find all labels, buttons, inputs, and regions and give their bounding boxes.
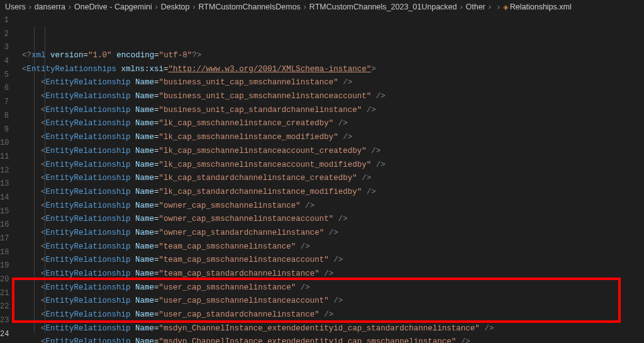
code-line[interactable]: <EntityRelationship Name="business_unit_… xyxy=(13,90,644,104)
breadcrumb-item[interactable]: RTMCustomChannels_2023_01Unpacked xyxy=(309,3,457,11)
line-number: 2 xyxy=(0,28,9,42)
code-line[interactable]: <EntityRelationship Name="owner_cap_smsc… xyxy=(13,200,644,213)
breadcrumb-item[interactable]: OneDrive - Capgemini xyxy=(74,3,152,11)
code-line[interactable]: <EntityRelationship Name="user_cap_smsch… xyxy=(13,295,644,308)
code-line[interactable]: <EntityRelationship Name="lk_cap_smschan… xyxy=(13,117,644,131)
line-number: 6 xyxy=(0,82,9,96)
code-line[interactable]: <EntityRelationships xmlns:xsi="http://w… xyxy=(13,63,644,77)
line-number: 12 xyxy=(0,164,9,178)
code-line[interactable]: <EntityRelationship Name="business_unit_… xyxy=(13,104,644,118)
breadcrumb-file[interactable]: Relationships.xml xyxy=(510,3,572,11)
line-number: 15 xyxy=(0,205,9,219)
code-line[interactable]: <EntityRelationship Name="lk_cap_smschan… xyxy=(13,131,644,145)
line-number: 3 xyxy=(0,41,9,55)
breadcrumb-item[interactable]: Users xyxy=(5,3,26,11)
code-line[interactable]: <EntityRelationship Name="user_cap_stand… xyxy=(13,308,644,322)
line-number: 4 xyxy=(0,55,9,69)
line-number: 7 xyxy=(0,96,9,110)
chevron-right-icon: › xyxy=(460,3,463,11)
chevron-right-icon: › xyxy=(29,3,31,11)
chevron-right-icon: › xyxy=(304,3,306,11)
chevron-right-icon: › xyxy=(69,3,71,11)
code-line[interactable]: <EntityRelationship Name="team_cap_smsch… xyxy=(13,240,644,254)
code-line[interactable]: <EntityRelationship Name="user_cap_smsch… xyxy=(13,281,644,295)
line-number: 23 xyxy=(0,314,9,328)
code-line[interactable]: <EntityRelationship Name="lk_cap_smschan… xyxy=(13,145,644,159)
code-line[interactable]: <EntityRelationship Name="lk_cap_standar… xyxy=(13,186,644,200)
line-number: 10 xyxy=(0,137,9,150)
line-number: 13 xyxy=(0,177,9,191)
line-number: 1 xyxy=(0,14,9,28)
chevron-right-icon: › xyxy=(193,3,196,11)
code-editor[interactable]: 123456789101112131415161718192021222324 … xyxy=(0,14,644,343)
chevron-right-icon: › xyxy=(489,3,491,11)
breadcrumb[interactable]: Users›danserra›OneDrive - Capgemini›Desk… xyxy=(0,0,644,14)
line-number: 17 xyxy=(0,232,9,246)
code-line[interactable]: <EntityRelationship Name="lk_cap_smschan… xyxy=(13,159,644,172)
line-number: 5 xyxy=(0,69,9,82)
line-gutter: 123456789101112131415161718192021222324 xyxy=(0,14,13,343)
xml-file-icon: ◈ xyxy=(503,3,508,11)
code-line[interactable]: <EntityRelationship Name="msdyn_ChannelI… xyxy=(13,335,644,343)
breadcrumb-item[interactable]: Other xyxy=(466,3,486,11)
line-number: 11 xyxy=(0,150,9,164)
line-number: 19 xyxy=(0,259,9,273)
code-line[interactable]: <EntityRelationship Name="business_unit_… xyxy=(13,76,644,90)
line-number: 18 xyxy=(0,246,9,260)
breadcrumb-item[interactable]: Desktop xyxy=(161,3,190,11)
breadcrumb-item[interactable]: danserra xyxy=(35,3,65,11)
code-line[interactable]: <EntityRelationship Name="owner_cap_smsc… xyxy=(13,213,644,227)
code-line[interactable]: <EntityRelationship Name="team_cap_stand… xyxy=(13,267,644,281)
code-line[interactable]: <EntityRelationship Name="owner_cap_stan… xyxy=(13,227,644,240)
code-line[interactable]: <EntityRelationship Name="msdyn_ChannelI… xyxy=(13,322,644,336)
line-number: 14 xyxy=(0,191,9,205)
line-number: 22 xyxy=(0,300,9,314)
breadcrumb-item[interactable]: RTMCustomChannelsDemos xyxy=(199,3,301,11)
line-number: 21 xyxy=(0,287,9,301)
code-line[interactable]: <EntityRelationship Name="lk_cap_standar… xyxy=(13,172,644,186)
code-line[interactable]: <?xml version="1.0" encoding="utf-8"?> xyxy=(13,49,644,63)
line-number: 9 xyxy=(0,123,9,137)
line-number: 24 xyxy=(0,328,9,342)
line-number: 8 xyxy=(0,110,9,123)
chevron-right-icon: › xyxy=(497,3,500,11)
line-number: 16 xyxy=(0,218,9,232)
chevron-right-icon: › xyxy=(155,3,158,11)
code-area[interactable]: <?xml version="1.0" encoding="utf-8"?> <… xyxy=(13,14,644,343)
line-number: 20 xyxy=(0,273,9,287)
code-line[interactable]: <EntityRelationship Name="team_cap_smsch… xyxy=(13,254,644,267)
